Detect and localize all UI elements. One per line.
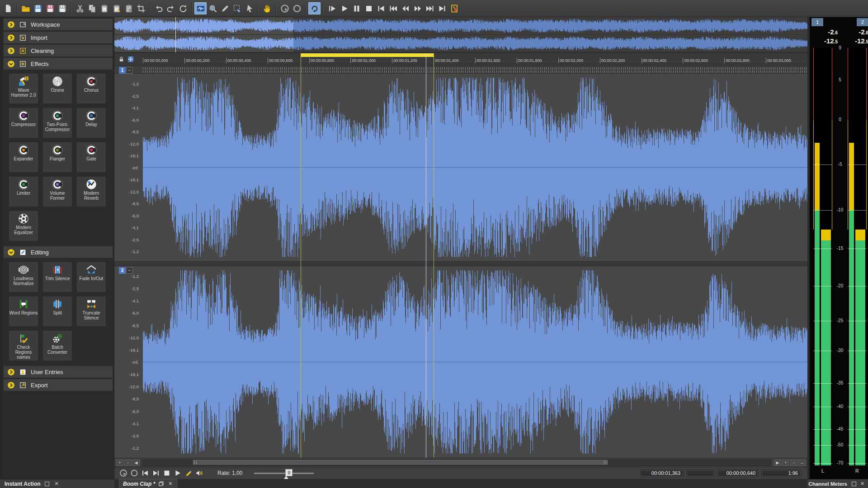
- waveform-channel-2[interactable]: [143, 266, 807, 458]
- sidebar-section-cleaning[interactable]: Cleaning: [4, 45, 113, 56]
- zoom-out-button[interactable]: −: [124, 460, 132, 466]
- time-ruler[interactable]: 00:00:00,00000:00:00,20000:00:00,40000:0…: [114, 52, 807, 66]
- play-button[interactable]: [338, 2, 350, 14]
- play-button[interactable]: [172, 468, 183, 478]
- undo-button[interactable]: [152, 2, 165, 14]
- tile-loudness-normalize[interactable]: Loudness Normalize: [9, 262, 38, 292]
- scroll-right-button[interactable]: ▶: [774, 460, 781, 466]
- close-document-icon[interactable]: ✕: [167, 481, 173, 487]
- playhead-cursor[interactable]: [426, 53, 426, 458]
- chevron-down-icon[interactable]: [7, 249, 15, 256]
- fit-view-button[interactable]: ↔: [798, 460, 806, 466]
- chevron-right-icon[interactable]: [7, 381, 15, 389]
- waveform-channel-1[interactable]: [143, 74, 807, 261]
- tile-gate[interactable]: Gate: [77, 142, 106, 172]
- chevron-right-icon[interactable]: [7, 368, 15, 376]
- cut-button[interactable]: [74, 2, 86, 14]
- copy-button[interactable]: [86, 2, 98, 14]
- tile-modern-reverb[interactable]: Modern Reverb: [77, 177, 106, 206]
- chevron-right-icon[interactable]: [7, 21, 15, 28]
- document-tab[interactable]: Boom Clap * ✕: [119, 479, 177, 488]
- tile-split[interactable]: Split: [43, 296, 72, 326]
- sidebar-section-export[interactable]: Export: [4, 379, 113, 391]
- scrollbar-thumb[interactable]: [193, 460, 608, 465]
- paste-special-button[interactable]: [110, 2, 123, 14]
- sidebar-section-effects[interactable]: Effects: [4, 58, 113, 70]
- float-panel-icon[interactable]: [44, 481, 50, 487]
- lock-icon[interactable]: [117, 55, 125, 63]
- forward-far-button[interactable]: [424, 2, 436, 14]
- forward-button[interactable]: [411, 2, 424, 14]
- record-prepare-button[interactable]: [278, 2, 291, 14]
- meter-tab-2[interactable]: 2: [857, 18, 868, 26]
- go-start-button[interactable]: [140, 468, 151, 478]
- tile-modern-equalizer[interactable]: Modern Equalizer: [9, 211, 38, 241]
- tile-wave-hammer-2-0[interactable]: 2Wave Hammer 2.0: [9, 74, 38, 103]
- tile-limiter[interactable]: Limiter: [9, 177, 38, 206]
- paste-button[interactable]: [98, 2, 110, 14]
- marquee-tool-button[interactable]: [231, 2, 243, 14]
- track-divider[interactable]: [114, 261, 807, 266]
- tile-check-regions-names[interactable]: Check Regions names: [9, 331, 38, 361]
- selection-end-line[interactable]: [434, 53, 434, 458]
- tile-word-regions[interactable]: Word Regions: [9, 296, 38, 326]
- rewind-far-button[interactable]: [387, 2, 399, 14]
- tile-flanger[interactable]: Flanger: [43, 142, 72, 172]
- rate-slider-track[interactable]: [254, 473, 314, 474]
- hand-tool-button[interactable]: [261, 2, 273, 14]
- channel-2-minimize-button[interactable]: −: [126, 267, 133, 274]
- horizontal-scrollbar[interactable]: [142, 460, 771, 466]
- rate-slider-handle[interactable]: [285, 469, 292, 476]
- sidebar-section-user-entries[interactable]: User Entries: [4, 366, 113, 378]
- paste-clipboard-button[interactable]: [123, 2, 135, 14]
- auto-scroll-icon[interactable]: [127, 55, 135, 63]
- record-button[interactable]: [291, 2, 303, 14]
- new-file-button[interactable]: [2, 2, 14, 14]
- chevron-right-icon[interactable]: [7, 47, 15, 55]
- tile-ozone[interactable]: Ozone: [43, 74, 72, 103]
- magnify-tool-button[interactable]: [207, 2, 219, 14]
- stop-button[interactable]: [161, 468, 172, 478]
- sidebar-section-import[interactable]: Import: [4, 32, 113, 43]
- sidebar-section-workspace[interactable]: Workspace: [4, 19, 113, 30]
- selection-ruler-bar[interactable]: [301, 53, 434, 57]
- float-meters-icon[interactable]: [851, 481, 857, 487]
- go-end-button[interactable]: [436, 2, 448, 14]
- chevron-right-icon[interactable]: [7, 34, 15, 42]
- scroll-left-button[interactable]: ◀: [132, 460, 140, 466]
- channel-meters-title-bar[interactable]: Channel Meters ✕: [807, 479, 868, 488]
- tile-delay[interactable]: Delay: [77, 108, 106, 138]
- cursor-tool-button[interactable]: [243, 2, 255, 14]
- go-start-button[interactable]: [375, 2, 387, 14]
- thumb-grip-left[interactable]: [194, 461, 197, 464]
- repeat-button[interactable]: [177, 2, 189, 14]
- restore-document-icon[interactable]: [158, 481, 164, 487]
- meter-tab-1[interactable]: 1: [811, 18, 823, 26]
- speaker-button[interactable]: [194, 468, 205, 478]
- open-folder-button[interactable]: [19, 2, 32, 14]
- zoom-in-button[interactable]: +: [116, 460, 123, 466]
- tile-chorus[interactable]: Chorus: [77, 74, 106, 103]
- tile-truncate-silence[interactable]: Truncate Silence: [77, 296, 106, 326]
- stop-button[interactable]: [363, 2, 375, 14]
- overview-waveform[interactable]: [114, 17, 807, 52]
- save-button[interactable]: [32, 2, 44, 14]
- rewind-button[interactable]: [399, 2, 411, 14]
- tile-two-point-compressor[interactable]: Two-Point-Compressor: [43, 108, 72, 138]
- save-as-button[interactable]: [44, 2, 56, 14]
- sidebar-section-editing[interactable]: Editing: [4, 246, 113, 258]
- pause-button[interactable]: [350, 2, 363, 14]
- thumb-grip-right[interactable]: [604, 461, 606, 464]
- trim-button[interactable]: [135, 2, 147, 14]
- tile-expander[interactable]: Expander: [9, 142, 38, 172]
- channel-1-minimize-button[interactable]: −: [126, 67, 133, 74]
- go-end-button[interactable]: [151, 468, 161, 478]
- pencil-marker-button[interactable]: [183, 468, 194, 478]
- record-prepare-button[interactable]: [118, 468, 129, 478]
- play-from-button[interactable]: [326, 2, 338, 14]
- tile-fade-in-out[interactable]: Fade In/Out: [77, 262, 106, 292]
- redo-button[interactable]: [165, 2, 177, 14]
- event-tool-button[interactable]: [448, 2, 460, 14]
- record-button[interactable]: [129, 468, 140, 478]
- close-meters-icon[interactable]: ✕: [859, 481, 865, 487]
